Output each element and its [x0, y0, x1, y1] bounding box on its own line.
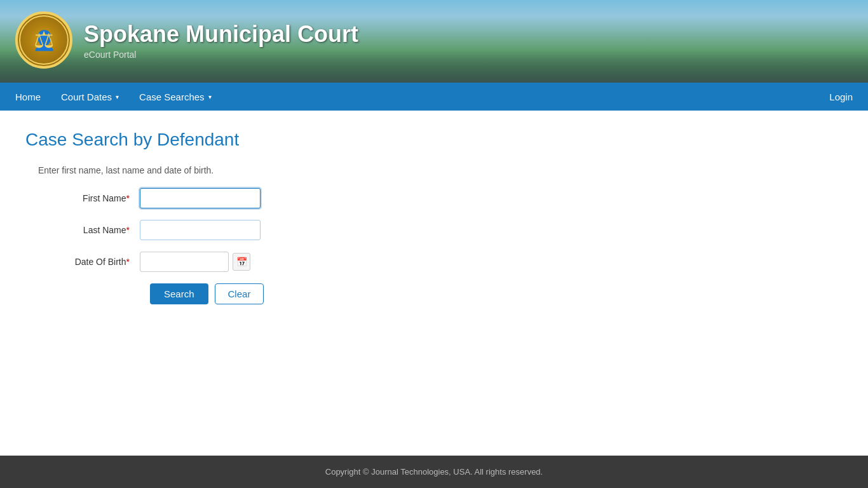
portal-subtitle: eCourt Portal	[84, 50, 358, 60]
form-description: Enter first name, last name and date of …	[38, 165, 843, 175]
dob-label: Date Of Birth*	[38, 257, 140, 267]
main-navbar: Home Court Dates ▾ Case Searches ▾ Login	[0, 83, 868, 111]
case-searches-dropdown-arrow: ▾	[208, 93, 212, 100]
court-name: Spokane Municipal Court	[84, 20, 358, 48]
search-button[interactable]: Search	[150, 283, 208, 304]
dob-input[interactable]	[140, 252, 229, 272]
clear-button[interactable]: Clear	[215, 283, 264, 304]
footer-copyright: Copyright © Journal Technologies, USA. A…	[325, 467, 543, 477]
nav-home[interactable]: Home	[5, 83, 51, 111]
dob-required: *	[126, 257, 130, 267]
first-name-group: First Name*	[38, 188, 843, 208]
header: 👤 Spokane Municipal Court eCourt Portal	[0, 0, 868, 83]
dob-input-group: 📅	[140, 252, 250, 272]
last-name-group: Last Name*	[38, 220, 843, 240]
first-name-label: First Name*	[38, 193, 140, 203]
court-seal-logo: 👤	[15, 11, 72, 69]
court-dates-dropdown-arrow: ▾	[116, 93, 119, 100]
nav-court-dates[interactable]: Court Dates ▾	[51, 83, 129, 111]
footer: Copyright © Journal Technologies, USA. A…	[0, 456, 868, 488]
nav-case-searches[interactable]: Case Searches ▾	[129, 83, 222, 111]
main-content: Case Search by Defendant Enter first nam…	[0, 111, 868, 456]
search-form: Enter first name, last name and date of …	[38, 165, 843, 304]
form-buttons: Search Clear	[150, 283, 843, 304]
logo-portrait: 👤	[32, 29, 56, 51]
page-title: Case Search by Defendant	[25, 130, 843, 150]
nav-login[interactable]: Login	[819, 83, 863, 111]
last-name-required: *	[126, 225, 130, 235]
first-name-input[interactable]	[140, 188, 261, 208]
header-text-block: Spokane Municipal Court eCourt Portal	[84, 20, 358, 59]
last-name-input[interactable]	[140, 220, 261, 240]
last-name-label: Last Name*	[38, 225, 140, 235]
first-name-required: *	[126, 193, 130, 203]
dob-group: Date Of Birth* 📅	[38, 252, 843, 272]
header-content: 👤 Spokane Municipal Court eCourt Portal	[0, 0, 868, 80]
logo-inner-ring: 👤	[19, 15, 69, 65]
calendar-icon[interactable]: 📅	[233, 253, 250, 271]
